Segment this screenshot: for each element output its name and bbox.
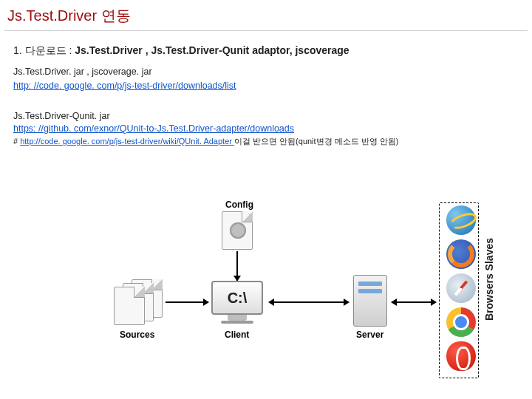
ie-icon [446,205,476,235]
link-jstestdriver-downloads[interactable]: http: //code. google. com/p/js-test-driv… [13,81,236,91]
qunit-adapter-jar: Js.Test.Driver-Qunit. jar [13,111,519,121]
step-1-line: 1. 다운로드 : Js.Test.Driver , Js.Test.Drive… [13,44,519,58]
client-screen-text: C:\ [211,281,263,315]
opera-icon [446,341,476,371]
jar-files-line: Js.Test.Driver. jar , jscoverage. jar [13,66,519,77]
server-label: Server [356,330,383,340]
config-icon [222,211,253,250]
title-divider [4,30,528,31]
firefox-icon [446,239,476,269]
browsers-slaves-label: Browsers Slaves [483,238,495,321]
warning-note: # http://code. google. com/p/js-test-dri… [13,136,519,147]
config-label: Config [225,200,253,210]
note-hash: # [13,137,20,146]
architecture-diagram: Config Sources C:\ Client Server Browser… [111,207,510,392]
link-qunit-adapter-downloads[interactable]: https: //github. com/exnor/QUnit-to-Js.T… [13,123,294,134]
note-tail: 이걸 받으면 안됨(qunit변경 메소드 반영 안됨) [234,137,398,146]
content-area: 1. 다운로드 : Js.Test.Driver , Js.Test.Drive… [0,44,532,147]
arrow-client-server [269,301,349,303]
client-icon: C:\ [211,281,263,324]
step-1-bold: Js.Test.Driver , Js.Test.Driver-Qunit ad… [75,44,349,56]
server-icon [353,275,387,327]
safari-icon [446,273,476,303]
arrow-sources-to-client [166,301,208,303]
arrow-server-browsers [392,301,436,303]
qunit-adapter-block: Js.Test.Driver-Qunit. jar https: //githu… [13,111,519,147]
browsers-column [445,205,477,371]
arrow-config-to-client [236,251,238,281]
link-wiki-qunit-adapter[interactable]: http://code. google. com/p/js-test-drive… [20,137,234,146]
client-label: Client [225,330,249,340]
sources-label: Sources [120,330,154,340]
chrome-icon [446,307,476,337]
page-title: Js.Test.Driver 연동 [0,0,532,30]
step-1-prefix: 1. 다운로드 : [13,44,75,56]
